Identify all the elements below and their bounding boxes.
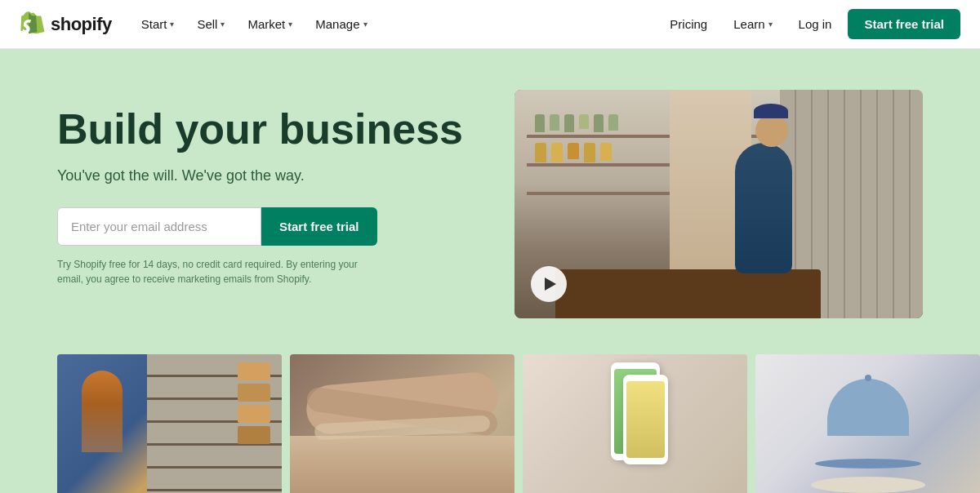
hero-left-content: Build your business You've got the will.… [57, 90, 482, 286]
phone-device-2 [623, 375, 668, 464]
nav-secondary: Pricing Learn ▾ Log in Start free trial [660, 9, 960, 39]
play-icon [545, 278, 556, 291]
nav-item-market[interactable]: Market ▾ [238, 11, 302, 38]
craft-surface [290, 436, 514, 493]
nav-trial-button[interactable]: Start free trial [848, 9, 960, 39]
nav-item-manage[interactable]: Manage ▾ [305, 11, 376, 38]
hero-trial-button[interactable]: Start free trial [261, 207, 377, 246]
warehouse-boxes [238, 362, 270, 444]
shelf-items-row1 [535, 114, 618, 132]
chevron-down-icon: ▾ [288, 20, 292, 29]
phone-screen-2 [626, 381, 665, 458]
hero-section: Build your business You've got the will.… [0, 49, 980, 493]
play-button[interactable] [531, 266, 567, 302]
nav-item-sell[interactable]: Sell ▾ [187, 11, 234, 38]
person-body [735, 143, 792, 273]
brand-name: shopify [51, 14, 112, 35]
hero-main-image [514, 90, 923, 318]
nav-primary: Start ▾ Sell ▾ Market ▾ Manage ▾ [131, 11, 661, 38]
bottom-images-row [0, 354, 980, 493]
bottom-image-phone [523, 354, 747, 493]
hero-title: Build your business [57, 106, 482, 153]
bottom-image-craft [290, 354, 514, 493]
login-button[interactable]: Log in [789, 11, 842, 38]
nav-item-pricing[interactable]: Pricing [660, 11, 717, 38]
warehouse-person [82, 371, 122, 452]
bottom-image-hat [755, 354, 980, 493]
blue-hat-brim [815, 459, 921, 469]
chevron-down-icon: ▾ [363, 20, 368, 29]
fine-print: Try Shopify free for 14 days, no credit … [57, 257, 368, 286]
table [555, 269, 821, 318]
bottom-image-warehouse [57, 354, 282, 493]
hero-subtitle: You've got the will. We've got the way. [57, 167, 482, 184]
navbar: shopify Start ▾ Sell ▾ Market ▾ Manage ▾… [0, 0, 980, 49]
person-headwrap [754, 104, 788, 118]
hat-display-plate [811, 477, 925, 493]
nav-item-start[interactable]: Start ▾ [131, 11, 185, 38]
email-input[interactable] [57, 207, 261, 246]
person-head [755, 114, 788, 147]
chevron-down-icon: ▾ [220, 20, 225, 29]
email-form: Start free trial [57, 207, 482, 246]
shop-scene-bg [514, 90, 923, 318]
hero-right-content [482, 90, 923, 318]
chevron-down-icon: ▾ [170, 20, 174, 29]
nav-item-learn[interactable]: Learn ▾ [724, 11, 782, 38]
blue-hat-dome [827, 379, 909, 436]
shopify-logo-icon [20, 11, 46, 38]
hat-button [865, 375, 871, 381]
shelf-items-row2 [535, 143, 612, 162]
logo-link[interactable]: shopify [20, 11, 112, 38]
chevron-down-icon: ▾ [768, 20, 773, 29]
